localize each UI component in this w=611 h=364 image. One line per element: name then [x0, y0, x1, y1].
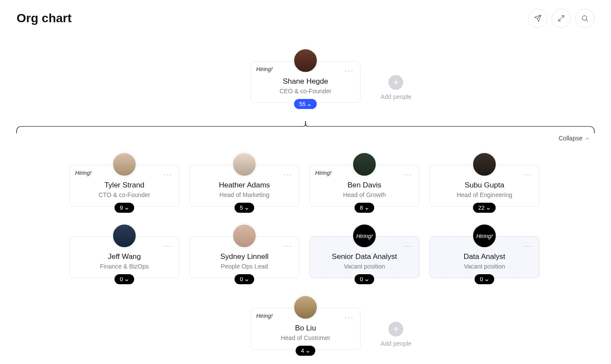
svg-point-0: [582, 16, 587, 20]
reports-count: 0: [240, 276, 243, 282]
reports-count: 4: [301, 347, 304, 354]
reports-count-pill[interactable]: 4: [295, 346, 315, 356]
chevron-down-icon: [306, 349, 310, 353]
person-name: Tyler Strand: [75, 181, 174, 190]
avatar: [112, 152, 137, 177]
add-people-label: Add people: [381, 340, 412, 347]
person-role: Head of Engineering: [435, 191, 534, 198]
reports-count-pill[interactable]: 22: [473, 203, 496, 213]
person-role: Finance & BizOps: [75, 263, 174, 270]
vacant-position-card[interactable]: Hiring! ··· Senior Data Analyst Vacant p…: [309, 236, 419, 278]
card-more-icon[interactable]: ···: [522, 241, 535, 251]
reports-count: 5: [240, 204, 243, 211]
person-name: Jeff Wang: [75, 252, 174, 261]
person-name: Shane Hegde: [256, 77, 355, 86]
person-role: CTO & co-Founder: [75, 191, 174, 198]
person-card[interactable]: Hiring! ··· Tyler Strand CTO & co-Founde…: [69, 165, 179, 207]
add-people-button[interactable]: + Add people: [381, 75, 412, 100]
chevron-down-icon: [125, 206, 129, 210]
person-name: Ben Davis: [315, 181, 414, 190]
card-more-icon[interactable]: ···: [343, 66, 356, 75]
chevron-down-icon: [365, 206, 369, 210]
position-status: Vacant position: [315, 263, 414, 270]
person-role: Head of Customer: [256, 334, 355, 341]
header-actions: [528, 9, 594, 28]
reports-count: 8: [360, 204, 363, 211]
person-role: Head of Marketing: [195, 191, 294, 198]
reports-count-pill[interactable]: 9: [114, 203, 134, 213]
position-title: Senior Data Analyst: [315, 252, 414, 261]
plus-circle-icon: +: [388, 75, 403, 90]
person-name: Subu Gupta: [435, 181, 534, 190]
person-role: Head of Growth: [315, 191, 414, 198]
person-name: Heather Adams: [195, 181, 294, 190]
share-button[interactable]: [528, 9, 547, 28]
card-more-icon[interactable]: ···: [522, 170, 535, 179]
add-people-button[interactable]: + Add people: [381, 322, 412, 347]
avatar: [472, 152, 497, 177]
hiring-badge: Hiring!: [75, 170, 92, 176]
page-title: Org chart: [17, 11, 72, 25]
reports-count-pill[interactable]: 5: [234, 203, 254, 213]
reports-count: 9: [120, 204, 123, 211]
position-status: Vacant position: [435, 263, 534, 270]
person-name: Sydney Linnell: [195, 252, 294, 261]
person-card[interactable]: ··· Jeff Wang Finance & BizOps 0: [69, 236, 179, 278]
chevron-down-icon: [365, 277, 369, 282]
avatar: [293, 295, 318, 320]
hiring-circle-icon: Hiring!: [472, 224, 497, 248]
expand-button[interactable]: [552, 9, 571, 28]
hiring-circle-icon: Hiring!: [352, 224, 377, 248]
person-card[interactable]: ··· Sydney Linnell People Ops Lead 0: [189, 236, 299, 278]
reports-count: 22: [478, 204, 484, 211]
search-icon: [581, 14, 589, 22]
add-people-label: Add people: [381, 93, 412, 100]
chevron-down-icon: [125, 277, 129, 282]
avatar: [232, 152, 257, 177]
person-name: Bo Liu: [256, 324, 355, 333]
card-more-icon[interactable]: ···: [162, 241, 175, 251]
card-more-icon[interactable]: ···: [343, 313, 356, 322]
hiring-badge: Hiring!: [315, 170, 332, 176]
hiring-badge: Hiring!: [256, 66, 273, 72]
reports-count-pill[interactable]: 0: [474, 274, 494, 284]
reports-count: 0: [480, 276, 483, 282]
reports-count-pill[interactable]: 8: [354, 203, 374, 213]
reports-count: 0: [120, 276, 123, 282]
chevron-up-icon: [307, 102, 312, 106]
person-card[interactable]: Hiring! ··· Ben Davis Head of Growth 8: [309, 165, 419, 207]
plus-circle-icon: +: [388, 322, 403, 337]
collapse-label: Collapse: [559, 135, 582, 142]
reports-count-pill[interactable]: 55: [294, 99, 317, 109]
card-more-icon[interactable]: ···: [402, 241, 415, 251]
reports-count: 0: [360, 276, 363, 282]
tree-connector: [16, 121, 595, 133]
person-card[interactable]: ··· Heather Adams Head of Marketing 5: [189, 165, 299, 207]
reports-count-pill[interactable]: 0: [234, 274, 254, 284]
hiring-badge: Hiring!: [256, 313, 273, 319]
person-card-root[interactable]: Hiring! ··· Shane Hegde CEO & co-Founder…: [251, 61, 360, 103]
reports-count: 55: [299, 101, 306, 107]
chevron-up-icon: [585, 136, 590, 141]
person-role: CEO & co-Founder: [256, 88, 355, 95]
search-button[interactable]: [575, 9, 594, 28]
card-more-icon[interactable]: ···: [162, 170, 175, 179]
chevron-down-icon: [486, 206, 491, 210]
avatar: [293, 48, 318, 73]
expand-icon: [557, 14, 565, 22]
avatar: [232, 224, 257, 248]
avatar: [112, 224, 137, 248]
card-more-icon[interactable]: ···: [282, 241, 295, 251]
avatar: [352, 152, 377, 177]
person-card[interactable]: ··· Subu Gupta Head of Engineering 22: [429, 165, 539, 207]
vacant-position-card[interactable]: Hiring! ··· Data Analyst Vacant position…: [429, 236, 539, 278]
position-title: Data Analyst: [435, 252, 534, 261]
reports-count-pill[interactable]: 0: [354, 274, 374, 284]
reports-count-pill[interactable]: 0: [114, 274, 134, 284]
collapse-toggle[interactable]: Collapse: [559, 135, 590, 142]
person-role: People Ops Lead: [195, 263, 294, 270]
card-more-icon[interactable]: ···: [282, 170, 295, 179]
card-more-icon[interactable]: ···: [402, 170, 415, 179]
chevron-down-icon: [245, 206, 249, 210]
person-card[interactable]: Hiring! ··· Bo Liu Head of Customer 4: [251, 308, 360, 350]
